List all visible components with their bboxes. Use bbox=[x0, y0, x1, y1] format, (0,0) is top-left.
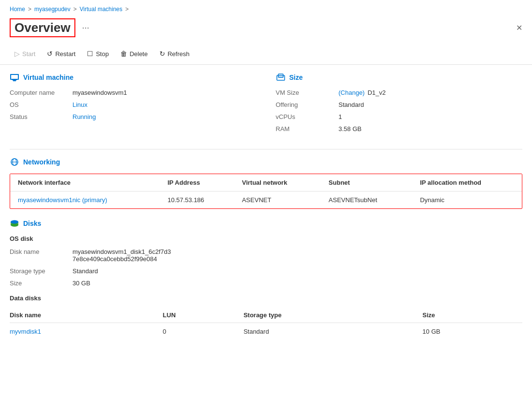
size-section-header: Size bbox=[276, 73, 523, 82]
size-section-icon bbox=[276, 73, 286, 82]
col-subnet: Subnet bbox=[321, 174, 412, 192]
col-data-storage-type: Storage type bbox=[244, 308, 422, 323]
storage-type-label: Storage type bbox=[10, 267, 72, 275]
subnet-cell: ASEVNETsubNet bbox=[321, 192, 412, 209]
os-disk-title: OS disk bbox=[10, 235, 522, 242]
os-value[interactable]: Linux bbox=[72, 101, 87, 108]
main-container: Home > myasegpudev > Virtual machines > … bbox=[0, 0, 532, 413]
storage-type-row: Storage type Standard bbox=[10, 267, 522, 275]
breadcrumb-resource-group[interactable]: myasegpudev bbox=[34, 6, 71, 13]
toolbar: ▷ Start ↺ Restart ☐ Stop 🗑 Delete ↻ Refr… bbox=[0, 43, 532, 65]
ip-allocation-cell: Dynamic bbox=[412, 192, 522, 209]
refresh-icon: ↻ bbox=[159, 50, 165, 58]
network-interface-cell[interactable]: myasewindowsvm1nic (primary) bbox=[10, 192, 160, 209]
start-button[interactable]: ▷ Start bbox=[10, 47, 40, 60]
vm-size-change-link[interactable]: (Change) bbox=[339, 89, 365, 96]
svg-point-11 bbox=[11, 223, 18, 227]
disk-name-row: Disk name myasewindowsvm1_disk1_6c2f7d3 … bbox=[10, 248, 522, 263]
breadcrumb-home[interactable]: Home bbox=[10, 6, 25, 13]
data-disk-name-cell[interactable]: myvmdisk1 bbox=[10, 323, 163, 340]
svg-point-12 bbox=[11, 221, 18, 224]
refresh-label: Refresh bbox=[168, 50, 190, 58]
os-label: OS bbox=[10, 101, 72, 108]
size-section-title: Size bbox=[289, 74, 303, 81]
disk-size-value: 30 GB bbox=[72, 280, 90, 287]
col-data-disk-name: Disk name bbox=[10, 308, 163, 323]
section-divider bbox=[10, 149, 522, 149]
data-disk-row: myvmdisk1 0 Standard 10 GB bbox=[10, 323, 522, 340]
start-label: Start bbox=[22, 50, 35, 58]
disks-section-icon bbox=[10, 219, 19, 228]
stop-button[interactable]: ☐ Stop bbox=[82, 47, 114, 60]
networking-section-icon bbox=[10, 157, 19, 167]
vm-size-label: VM Size bbox=[276, 89, 339, 96]
status-label: Status bbox=[10, 113, 72, 120]
more-options-button[interactable]: ··· bbox=[82, 23, 89, 33]
virtual-machine-section: Virtual machine Computer name myasewindo… bbox=[10, 73, 257, 137]
size-section: Size VM Size (Change) D1_v2 Offering Sta… bbox=[276, 73, 523, 137]
start-icon: ▷ bbox=[14, 50, 20, 58]
close-button[interactable]: ✕ bbox=[516, 23, 522, 32]
delete-button[interactable]: 🗑 Delete bbox=[115, 47, 153, 60]
breadcrumb-virtual-machines[interactable]: Virtual machines bbox=[80, 6, 123, 13]
restart-icon: ↺ bbox=[47, 50, 53, 58]
refresh-button[interactable]: ↻ Refresh bbox=[155, 47, 195, 60]
vm-size-row: VM Size (Change) D1_v2 bbox=[276, 89, 523, 96]
ram-label: RAM bbox=[276, 125, 339, 133]
disk-name-value: myasewindowsvm1_disk1_6c2f7d3 7e8ce409ca… bbox=[72, 248, 171, 263]
col-data-size: Size bbox=[422, 308, 522, 323]
vm-section-icon bbox=[10, 73, 19, 82]
network-row: myasewindowsvm1nic (primary) 10.57.53.18… bbox=[10, 192, 522, 209]
networking-section-header: Networking bbox=[10, 157, 522, 167]
vm-size-value: D1_v2 bbox=[368, 89, 386, 96]
ram-value: 3.58 GB bbox=[339, 125, 362, 133]
svg-rect-3 bbox=[12, 80, 17, 80]
vcpus-row: vCPUs 1 bbox=[276, 113, 523, 120]
offering-value: Standard bbox=[339, 101, 364, 108]
virtual-network-cell: ASEVNET bbox=[234, 192, 321, 209]
disks-section-title: Disks bbox=[23, 220, 41, 227]
page-header: Overview ··· ✕ bbox=[0, 16, 532, 43]
computer-name-row: Computer name myasewindowsvm1 bbox=[10, 89, 257, 96]
ram-row: RAM 3.58 GB bbox=[276, 125, 523, 133]
disks-section-header: Disks bbox=[10, 219, 522, 228]
svg-rect-2 bbox=[13, 80, 16, 81]
col-virtual-network: Virtual network bbox=[234, 174, 321, 192]
page-title: Overview bbox=[10, 18, 75, 37]
os-row: OS Linux bbox=[10, 101, 257, 108]
storage-type-value: Standard bbox=[72, 267, 98, 275]
delete-icon: 🗑 bbox=[120, 50, 127, 58]
data-disks-table: Disk name LUN Storage type Size myvmdisk… bbox=[10, 308, 522, 340]
col-ip-address: IP Address bbox=[160, 174, 234, 192]
disk-size-label: Size bbox=[10, 280, 72, 287]
networking-section-title: Networking bbox=[23, 158, 60, 166]
computer-name-value: myasewindowsvm1 bbox=[72, 89, 127, 96]
col-lun: LUN bbox=[163, 308, 244, 323]
overview-sections: Virtual machine Computer name myasewindo… bbox=[10, 73, 522, 137]
status-row: Status Running bbox=[10, 113, 257, 120]
networking-section: Networking Network interface IP Address … bbox=[10, 157, 522, 209]
delete-label: Delete bbox=[129, 50, 148, 58]
data-disks-title: Data disks bbox=[10, 295, 522, 302]
disk-name-label: Disk name bbox=[10, 248, 72, 263]
status-value: Running bbox=[72, 113, 96, 120]
lun-cell: 0 bbox=[163, 323, 244, 340]
data-storage-type-cell: Standard bbox=[244, 323, 422, 340]
vcpus-label: vCPUs bbox=[276, 113, 339, 120]
breadcrumb: Home > myasegpudev > Virtual machines > bbox=[0, 0, 532, 16]
col-network-interface: Network interface bbox=[10, 174, 160, 192]
restart-label: Restart bbox=[55, 50, 75, 58]
network-interface-table: Network interface IP Address Virtual net… bbox=[10, 174, 522, 209]
restart-button[interactable]: ↺ Restart bbox=[42, 47, 80, 60]
computer-name-label: Computer name bbox=[10, 89, 72, 96]
ip-address-cell: 10.57.53.186 bbox=[160, 192, 234, 209]
disks-section: Disks OS disk Disk name myasewindowsvm1_… bbox=[10, 219, 522, 340]
stop-icon: ☐ bbox=[87, 50, 93, 58]
vm-section-title: Virtual machine bbox=[23, 74, 73, 81]
col-ip-allocation-method: IP allocation method bbox=[412, 174, 522, 192]
stop-label: Stop bbox=[96, 50, 109, 58]
svg-rect-1 bbox=[11, 75, 18, 79]
offering-label: Offering bbox=[276, 101, 339, 108]
offering-row: Offering Standard bbox=[276, 101, 523, 108]
data-size-cell: 10 GB bbox=[422, 323, 522, 340]
